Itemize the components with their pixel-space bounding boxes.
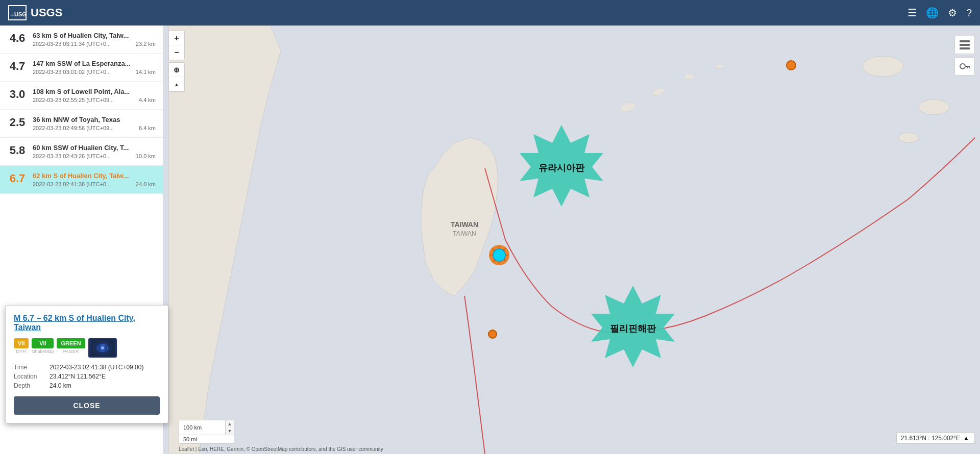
eq-title: 147 km SSW of La Esperanza... [33,60,156,67]
eq-dist: 24.0 km [136,181,156,187]
location-value: 23.412°N 121.562°E [50,373,160,380]
svg-rect-29 [960,47,970,49]
eq-meta: 2022-03-23 03:01:02 (UTC+0... 14.1 km [33,69,156,75]
scale-down-btn[interactable]: ▼ [226,427,234,435]
eq-list-item[interactable]: 6.7 62 km S of Hualien City, Taiw... 202… [0,166,163,194]
eq-title: 60 km SSW of Hualien City, T... [33,144,156,152]
eq-marker-2[interactable] [488,330,497,339]
map-scale: 100 km ▲ ▼ 50 mi [179,420,234,444]
eq-time: 2022-03-23 02:41:38 (UTC+0... [33,181,111,187]
popup-title[interactable]: M 6.7 – 62 km S of Hualien City, Taiwan [14,314,160,332]
svg-rect-27 [960,40,970,42]
eq-list-item[interactable]: 4.7 147 km SSW of La Esperanza... 2022-0… [0,54,163,82]
svg-point-26 [493,249,505,261]
popup-location-row: Location 23.412°N 121.562°E [14,373,160,380]
eq-list-item[interactable]: 4.6 63 km S of Hualien City, Taiw... 202… [0,26,163,54]
globe-icon[interactable]: 🌐 [926,7,939,19]
shakemap-badge-container: VII ShakeMap [32,338,54,358]
popup-depth-row: Depth 24.0 km [14,382,160,389]
scale-stepper: ▲ ▼ [225,420,234,435]
svg-text:USGS: USGS [14,11,26,17]
svg-point-30 [960,64,965,69]
svg-point-37 [101,346,104,349]
map-attribution: Leaflet | Esri, HERE, Garmin, © OpenStre… [179,446,383,452]
eq-magnitude: 4.6 [7,32,28,45]
svg-point-6 [898,133,919,143]
shakemap-badge[interactable]: VII [32,338,54,348]
eq-dist: 4.4 km [139,97,156,103]
time-label: Time [14,364,50,371]
zoom-group: + − [168,31,185,60]
eq-time: 2022-03-23 02:49:56 (UTC+09... [33,125,114,131]
crosshair-button[interactable]: ⊕ [169,63,184,77]
eq-time: 2022-03-23 02:43:26 (UTC+0... [33,153,111,159]
svg-rect-28 [960,44,970,46]
map-background-svg: TAIWAN TAIWAN [163,26,980,454]
svg-text:필리핀해판: 필리핀해판 [610,323,656,334]
quake-image[interactable] [88,338,117,358]
header-navigation: ☰ 🌐 ⚙ ? [908,7,972,19]
eq-title: 36 km NNW of Toyah, Texas [33,116,156,123]
svg-text:TAIWAN: TAIWAN [451,220,478,229]
crosshair-group: ⊕ ▲ [168,62,185,92]
pager-badge-container: GREEN PAGER [57,338,85,358]
eq-list-item[interactable]: 5.8 60 km SSW of Hualien City, T... 2022… [0,138,163,166]
dyfi-label: DYFI [14,349,29,354]
eq-list-item[interactable]: 3.0 108 km S of Lowell Point, Ala... 202… [0,82,163,110]
svg-point-5 [919,99,949,115]
header: ≡ USGS USGS ☰ 🌐 ⚙ ? [0,0,980,26]
close-button[interactable]: CLOSE [14,396,160,415]
scale-bar: 100 km ▲ ▼ 50 mi [179,420,234,444]
eq-dist: 14.1 km [136,69,156,75]
map-coordinates: 21.613°N : 125.002°E ▲ [896,433,975,444]
svg-rect-3 [168,26,975,454]
eq-magnitude: 5.8 [7,144,28,157]
eurasia-plate-label: 유라시아판 [510,125,612,209]
eq-meta: 2022-03-23 02:49:56 (UTC+09... 6.4 km [33,125,156,131]
eq-meta: 2022-03-23 02:43:26 (UTC+0... 10.0 km [33,153,156,159]
location-label: Location [14,373,50,380]
eq-info: 108 km S of Lowell Point, Ala... 2022-03… [28,88,156,103]
usgs-logo: ≡ USGS USGS [8,5,62,20]
logo-text: USGS [31,6,62,19]
eq-info: 62 km S of Hualien City, Taiw... 2022-03… [28,172,156,187]
eq-title: 108 km S of Lowell Point, Ala... [33,88,156,95]
eq-info: 63 km S of Hualien City, Taiw... 2022-03… [28,32,156,47]
scale-mi: 50 mi [179,435,234,443]
pager-badge[interactable]: GREEN [57,338,85,348]
key-button[interactable] [954,57,975,75]
layers-button[interactable] [954,36,975,54]
eq-dist: 6.4 km [139,125,156,131]
map-right-controls [954,36,975,75]
selected-eq-marker[interactable] [486,242,512,270]
depth-label: Depth [14,382,50,389]
crosshair-step-up[interactable]: ▲ [169,77,184,91]
eq-list-item[interactable]: 2.5 36 km NNW of Toyah, Texas 2022-03-23… [0,110,163,138]
gear-icon[interactable]: ⚙ [948,7,957,19]
eq-marker-1[interactable] [786,60,796,70]
shakemap-label: ShakeMap [32,349,54,354]
depth-value: 24.0 km [50,382,160,389]
eq-dist: 10.0 km [136,153,156,159]
eq-list-container: 4.6 63 km S of Hualien City, Taiw... 202… [0,26,163,194]
coords-expand-btn[interactable]: ▲ [962,435,970,442]
eq-magnitude: 3.0 [7,88,28,101]
dyfi-badge[interactable]: VII [14,338,29,348]
zoom-out-button[interactable]: − [169,45,184,60]
eq-magnitude: 4.7 [7,60,28,73]
eq-magnitude: 2.5 [7,116,28,129]
zoom-in-button[interactable]: + [169,31,184,45]
list-icon[interactable]: ☰ [908,7,917,19]
help-icon[interactable]: ? [966,7,972,19]
popup-details: Time 2022-03-23 02:41:38 (UTC+09:00) Loc… [14,364,160,389]
map-view[interactable]: TAIWAN TAIWAN 유라시아판 필리핀해판 [163,26,980,454]
svg-text:유라시아판: 유라시아판 [538,163,585,173]
philippine-plate-label: 필리핀해판 [582,286,684,369]
eq-info: 60 km SSW of Hualien City, T... 2022-03-… [28,144,156,159]
eq-info: 147 km SSW of La Esperanza... 2022-03-23… [28,60,156,75]
eq-title: 62 km S of Hualien City, Taiw... [33,172,156,180]
eq-time: 2022-03-23 02:55:25 (UTC+09... [33,97,114,103]
svg-text:≡: ≡ [10,10,14,18]
scale-up-btn[interactable]: ▲ [226,420,234,427]
eq-title: 63 km S of Hualien City, Taiw... [33,32,156,39]
